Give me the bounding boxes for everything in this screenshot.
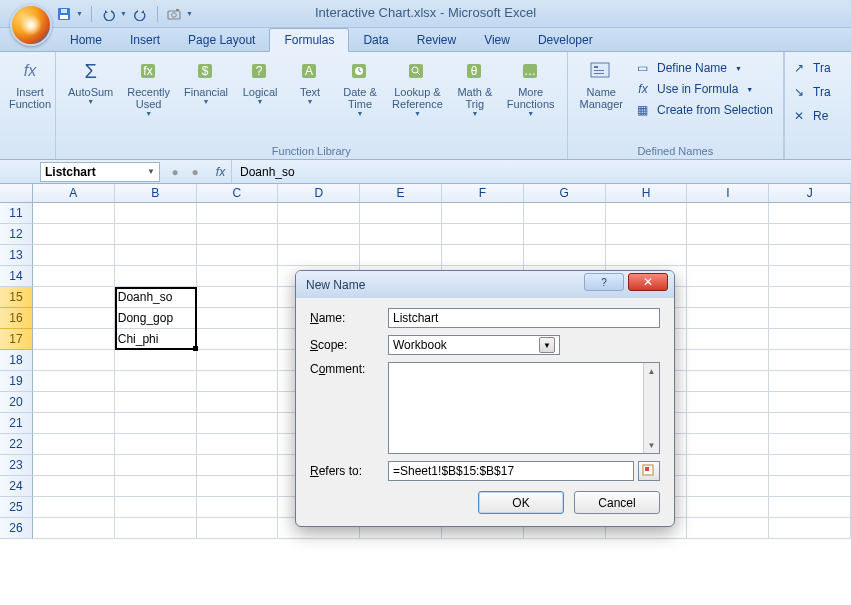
office-button[interactable] [10, 4, 52, 46]
camera-icon[interactable] [166, 6, 182, 22]
cell[interactable] [442, 224, 524, 245]
cell[interactable] [687, 392, 769, 413]
row-header[interactable]: 25 [0, 497, 33, 518]
cell[interactable] [115, 203, 197, 224]
cell[interactable] [197, 266, 279, 287]
help-button[interactable]: ? [584, 273, 624, 291]
tab-formulas[interactable]: Formulas [269, 28, 349, 52]
col-header[interactable]: H [606, 184, 688, 202]
cancel-button[interactable]: Cancel [574, 491, 660, 514]
trace-dependents-button[interactable]: ↘Tra [789, 80, 840, 104]
insert-function-button[interactable]: fx Insert Function [6, 56, 54, 113]
cell[interactable] [769, 350, 851, 371]
cell[interactable] [197, 518, 279, 539]
row-header[interactable]: 26 [0, 518, 33, 539]
cell[interactable] [769, 518, 851, 539]
cell[interactable] [769, 434, 851, 455]
dropdown-icon[interactable]: ▼ [186, 10, 193, 17]
cell[interactable] [687, 518, 769, 539]
cell[interactable] [524, 203, 606, 224]
tab-developer[interactable]: Developer [524, 29, 607, 51]
col-header[interactable]: F [442, 184, 524, 202]
cell[interactable] [197, 371, 279, 392]
cell[interactable] [769, 392, 851, 413]
cell[interactable] [442, 245, 524, 266]
cell[interactable] [115, 455, 197, 476]
cell[interactable] [197, 455, 279, 476]
use-in-formula-button[interactable]: fxUse in Formula▼ [631, 79, 777, 99]
cell[interactable] [197, 413, 279, 434]
name-box[interactable]: Listchart▼ [40, 162, 160, 182]
row-header[interactable]: 20 [0, 392, 33, 413]
scope-combobox[interactable]: Workbook▼ [388, 335, 560, 355]
cell[interactable] [769, 308, 851, 329]
cancel-icon[interactable]: ● [166, 163, 184, 181]
select-all-corner[interactable] [0, 184, 33, 202]
dropdown-icon[interactable]: ▼ [120, 10, 127, 17]
cell[interactable] [115, 518, 197, 539]
dropdown-icon[interactable]: ▼ [147, 167, 155, 176]
col-header[interactable]: A [33, 184, 115, 202]
tab-insert[interactable]: Insert [116, 29, 174, 51]
row-header[interactable]: 22 [0, 434, 33, 455]
cell[interactable] [360, 245, 442, 266]
cell[interactable] [687, 287, 769, 308]
row-header[interactable]: 15 [0, 287, 33, 308]
dropdown-icon[interactable]: ▼ [539, 337, 555, 353]
cell[interactable] [769, 413, 851, 434]
row-header[interactable]: 14 [0, 266, 33, 287]
cell[interactable] [687, 203, 769, 224]
row-header[interactable]: 12 [0, 224, 33, 245]
cell[interactable] [524, 224, 606, 245]
row-header[interactable]: 13 [0, 245, 33, 266]
cell[interactable] [115, 266, 197, 287]
row-header[interactable]: 23 [0, 455, 33, 476]
cell[interactable] [278, 224, 360, 245]
row-header[interactable]: 24 [0, 476, 33, 497]
col-header[interactable]: I [687, 184, 769, 202]
redo-icon[interactable] [133, 6, 149, 22]
financial-button[interactable]: $Financial▼ [178, 56, 234, 108]
cell[interactable] [33, 203, 115, 224]
cell[interactable] [115, 434, 197, 455]
cell[interactable] [769, 203, 851, 224]
cell[interactable] [33, 350, 115, 371]
cell[interactable] [769, 329, 851, 350]
col-header[interactable]: C [197, 184, 279, 202]
cell[interactable] [769, 371, 851, 392]
name-input[interactable] [388, 308, 660, 328]
cell[interactable] [606, 224, 688, 245]
scroll-up-icon[interactable]: ▲ [644, 363, 659, 379]
row-header[interactable]: 17 [0, 329, 33, 350]
cell[interactable] [687, 245, 769, 266]
remove-arrows-button[interactable]: ✕Re [789, 104, 840, 128]
cell[interactable] [769, 287, 851, 308]
cell[interactable] [687, 308, 769, 329]
cell[interactable] [33, 245, 115, 266]
row-header[interactable]: 11 [0, 203, 33, 224]
cell[interactable] [33, 476, 115, 497]
cell[interactable] [197, 434, 279, 455]
cell[interactable] [687, 476, 769, 497]
cell[interactable] [115, 245, 197, 266]
cell[interactable] [115, 371, 197, 392]
cell[interactable] [360, 203, 442, 224]
math-trig-button[interactable]: θMath & Trig▼ [451, 56, 499, 120]
cell[interactable] [687, 455, 769, 476]
dialog-title-bar[interactable]: New Name ? ✕ [296, 271, 674, 298]
logical-button[interactable]: ?Logical▼ [236, 56, 284, 108]
cell[interactable] [687, 350, 769, 371]
cell[interactable] [197, 245, 279, 266]
more-functions-button[interactable]: …More Functions▼ [501, 56, 561, 120]
cell[interactable] [33, 266, 115, 287]
cell[interactable] [33, 455, 115, 476]
refers-to-input[interactable] [388, 461, 634, 481]
cell[interactable] [769, 455, 851, 476]
cell[interactable] [687, 224, 769, 245]
cell[interactable] [360, 224, 442, 245]
cell[interactable] [115, 497, 197, 518]
cell[interactable] [769, 266, 851, 287]
save-icon[interactable] [56, 6, 72, 22]
cell[interactable] [687, 434, 769, 455]
cell[interactable] [278, 245, 360, 266]
